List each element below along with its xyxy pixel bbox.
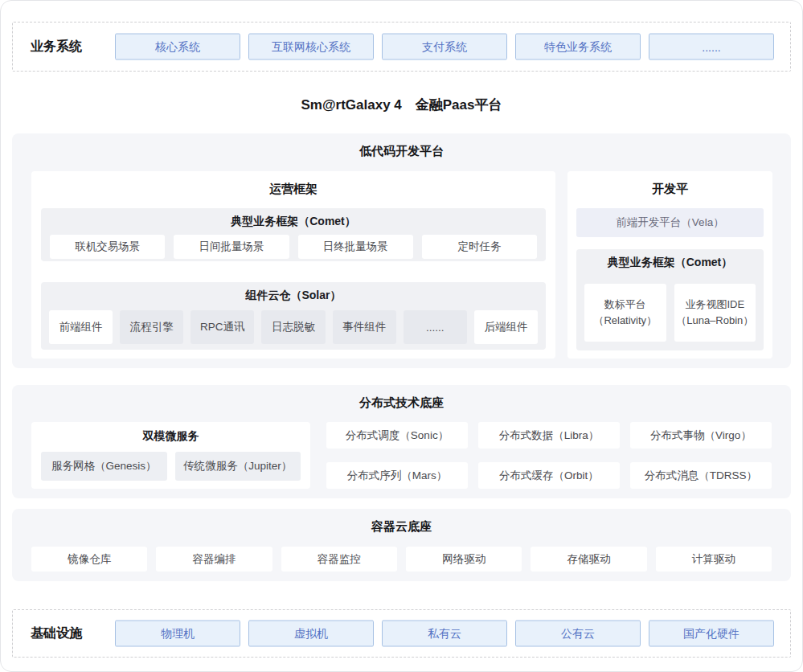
infrastructure-label: 基础设施	[31, 625, 82, 642]
platform-title: Sm@rtGalaxy 4 金融Paas平台	[1, 96, 802, 114]
component-rpc: RPC通讯	[191, 310, 254, 344]
container-orchestration-card: 容器编排	[156, 547, 272, 572]
dev-comet-subbox: 典型业务框架（Comet） 数标平台 （Relativity） 业务视图IDE …	[576, 249, 764, 350]
component-more: ......	[404, 310, 467, 344]
solar-component-title: 组件云仓（Solar）	[41, 282, 546, 303]
business-system-more: ......	[649, 34, 774, 60]
container-monitoring-card: 容器监控	[281, 547, 397, 572]
luna-robin-ide-card: 业务视图IDE （Luna–Robin）	[674, 284, 756, 342]
distributed-base-box: 分布式技术底座 双模微服务 服务网格（Genesis） 传统微服务（Jupite…	[12, 385, 791, 498]
lowcode-platform-title: 低代码开发平台	[12, 133, 791, 159]
business-systems-row: 业务系统 核心系统 互联网核心系统 支付系统 特色业务系统 ......	[12, 22, 791, 72]
compute-driver-card: 计算驱动	[656, 547, 772, 572]
traditional-microservice-jupiter: 传统微服务（Jupiter）	[175, 452, 301, 481]
relativity-line2: （Relativity）	[593, 313, 657, 329]
component-log-masking: 日志脱敏	[261, 310, 325, 344]
component-backend: 后端组件	[474, 310, 538, 344]
business-system-core: 核心系统	[115, 34, 240, 60]
infrastructure-row: 基础设施 物理机 虚拟机 私有云 公有云 国产化硬件	[12, 609, 791, 658]
business-system-payment: 支付系统	[382, 34, 507, 60]
luna-robin-line2: （Luna–Robin）	[676, 313, 753, 329]
distributed-sequence-mars: 分布式序列（Mars）	[326, 462, 468, 489]
dev-platform-panel: 开发平 前端开发平台（Vela） 典型业务框架（Comet） 数标平台 （Rel…	[567, 171, 772, 359]
business-system-special: 特色业务系统	[515, 34, 641, 60]
infra-physical-machine: 物理机	[115, 621, 240, 647]
comet-cards-row: 联机交易场景 日间批量场景 日终批量场景 定时任务	[50, 235, 537, 259]
distributed-cache-orbit: 分布式缓存（Orbit）	[478, 462, 620, 489]
operation-framework-title: 运营框架	[31, 171, 555, 197]
lowcode-platform-box: 低代码开发平台 运营框架 典型业务框架（Comet） 联机交易场景 日间批量场景…	[12, 133, 791, 368]
distributed-message-tdrss: 分布式消息（TDRSS）	[630, 462, 772, 489]
comet-framework-title: 典型业务框架（Comet）	[41, 208, 546, 229]
luna-robin-line1: 业务视图IDE	[685, 297, 744, 313]
service-mesh-genesis: 服务网格（Genesis）	[41, 452, 167, 481]
distributed-scheduling-sonic: 分布式调度（Sonic）	[326, 422, 468, 449]
business-systems-buttons: 核心系统 互联网核心系统 支付系统 特色业务系统 ......	[115, 34, 774, 60]
component-frontend: 前端组件	[49, 310, 113, 344]
component-process-engine: 流程引擎	[120, 310, 183, 344]
architecture-diagram: 业务系统 核心系统 互联网核心系统 支付系统 特色业务系统 ...... Sm@…	[0, 0, 803, 672]
storage-driver-card: 存储驱动	[531, 547, 646, 572]
scenario-online-transaction: 联机交易场景	[50, 235, 165, 259]
dev-platform-title: 开发平	[567, 171, 772, 197]
operation-framework-panel: 运营框架 典型业务框架（Comet） 联机交易场景 日间批量场景 日终批量场景 …	[31, 171, 555, 359]
frontend-dev-platform-vela: 前端开发平台（Vela）	[576, 208, 764, 237]
distributed-cards-grid: 分布式调度（Sonic） 分布式数据（Libra） 分布式事物（Virgo） 分…	[326, 422, 772, 489]
distributed-transaction-virgo: 分布式事物（Virgo）	[630, 422, 772, 449]
dev-comet-title: 典型业务框架（Comet）	[576, 249, 764, 270]
infra-private-cloud: 私有云	[382, 621, 507, 647]
solar-cards-row: 前端组件 流程引擎 RPC通讯 日志脱敏 事件组件 ...... 后端组件	[49, 310, 538, 344]
infra-domestic-hardware: 国产化硬件	[649, 621, 774, 647]
infrastructure-buttons: 物理机 虚拟机 私有云 公有云 国产化硬件	[115, 621, 774, 647]
component-event: 事件组件	[333, 310, 396, 344]
distributed-data-libra: 分布式数据（Libra）	[478, 422, 620, 449]
network-driver-card: 网络驱动	[406, 547, 522, 572]
relativity-platform-card: 数标平台 （Relativity）	[584, 284, 666, 342]
solar-component-subbox: 组件云仓（Solar） 前端组件 流程引擎 RPC通讯 日志脱敏 事件组件 ..…	[41, 282, 546, 350]
dev-comet-cards-row: 数标平台 （Relativity） 业务视图IDE （Luna–Robin）	[584, 284, 756, 342]
scenario-scheduled-task: 定时任务	[422, 235, 537, 259]
scenario-daytime-batch: 日间批量场景	[174, 235, 289, 259]
business-systems-label: 业务系统	[31, 39, 82, 55]
comet-framework-subbox: 典型业务框架（Comet） 联机交易场景 日间批量场景 日终批量场景 定时任务	[41, 208, 546, 261]
infra-public-cloud: 公有云	[515, 621, 641, 647]
infra-virtual-machine: 虚拟机	[248, 621, 374, 647]
dual-mode-title: 双模微服务	[31, 422, 310, 444]
container-cards-row: 镜像仓库 容器编排 容器监控 网络驱动 存储驱动 计算驱动	[31, 547, 772, 572]
dual-mode-microservice-panel: 双模微服务 服务网格（Genesis） 传统微服务（Jupiter）	[31, 422, 310, 489]
business-system-internet-core: 互联网核心系统	[248, 34, 374, 60]
image-registry-card: 镜像仓库	[31, 547, 147, 572]
dual-mode-chips-row: 服务网格（Genesis） 传统微服务（Jupiter）	[41, 452, 301, 481]
scenario-eod-batch: 日终批量场景	[298, 235, 413, 259]
container-base-box: 容器云底座 镜像仓库 容器编排 容器监控 网络驱动 存储驱动 计算驱动	[12, 509, 791, 581]
distributed-base-title: 分布式技术底座	[12, 385, 791, 411]
container-base-title: 容器云底座	[12, 509, 791, 535]
relativity-line1: 数标平台	[604, 297, 646, 313]
